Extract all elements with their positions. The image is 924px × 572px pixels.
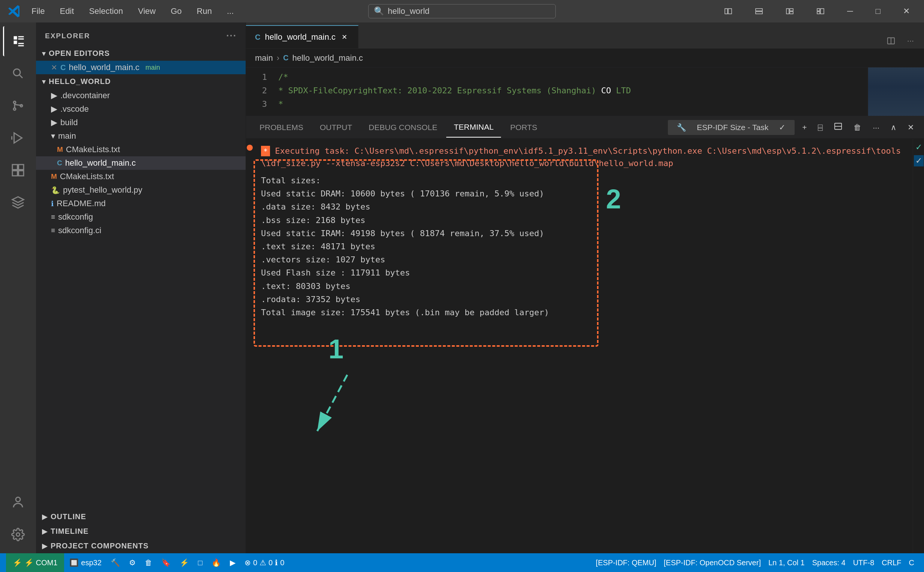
status-monitor[interactable]: □ (194, 553, 206, 572)
terminal-layout-button[interactable] (830, 121, 846, 134)
error-icon: ⊗ (244, 558, 251, 567)
tab-ports[interactable]: PORTS (502, 117, 544, 138)
terminal-split-button[interactable]: ⌸ (814, 121, 826, 134)
status-build[interactable]: 🔨 (107, 553, 124, 572)
file-cfg-icon: ≡ (51, 213, 55, 221)
project-components-header[interactable]: ▶ PROJECT COMPONENTS (36, 539, 246, 553)
terminal-close-button[interactable]: ✕ (904, 121, 918, 134)
activity-extensions[interactable] (3, 155, 33, 185)
menu-file[interactable]: File (28, 5, 48, 18)
status-language[interactable]: C (905, 558, 918, 567)
folder-icon: ▶ (51, 104, 58, 114)
file-type-c-icon: C (61, 63, 65, 72)
tab-problems[interactable]: PROBLEMS (252, 117, 311, 138)
open-editors-header[interactable]: ▾ OPEN EDITORS (36, 46, 246, 61)
status-idf-server[interactable]: [ESP-IDF: OpenOCD Server] (660, 558, 765, 567)
new-terminal-button[interactable]: + (798, 121, 810, 134)
layout3-icon[interactable] (779, 0, 801, 22)
hello-world-header[interactable]: ▾ HELLO_WORLD (36, 74, 246, 89)
minimize-button[interactable]: ─ (840, 0, 860, 22)
terminal-expand-button[interactable]: ∧ (887, 121, 900, 134)
open-editor-item[interactable]: ✕ C hello_world_main.c main (36, 61, 246, 74)
menu-edit[interactable]: Edit (57, 5, 77, 18)
file-tree: ▶ .devcontainer ▶ .vscode ▶ build ▾ main… (36, 89, 246, 510)
maximize-button[interactable]: □ (869, 0, 887, 22)
annotation-1: 1 (328, 334, 344, 364)
tab-output[interactable]: OUTPUT (313, 117, 359, 138)
menu-go[interactable]: Go (168, 5, 185, 18)
tree-item-vscode[interactable]: ▶ .vscode (36, 102, 246, 116)
error-count: 0 (253, 558, 257, 567)
flash-icon: ⚡ (180, 558, 189, 567)
warning-count: 0 (269, 558, 273, 567)
status-flash[interactable]: ⚡ (176, 553, 193, 572)
tree-item-build[interactable]: ▶ build (36, 116, 246, 129)
status-trash[interactable]: 🗑 (141, 553, 156, 572)
tree-item-hello-world-main[interactable]: C hello_world_main.c (36, 156, 246, 170)
layout-icon[interactable] (717, 0, 739, 22)
tree-item-main[interactable]: ▾ main (36, 129, 246, 143)
status-remote[interactable]: ⚡ ⚡ COM1 (6, 553, 64, 572)
sidebar-title: EXPLORER ··· (36, 22, 246, 46)
line-num-1: 1 (262, 70, 267, 84)
split-editor-button[interactable] (884, 33, 899, 48)
activity-accounts[interactable] (3, 487, 33, 517)
status-line-ending[interactable]: CRLF (878, 558, 905, 567)
activity-source-control[interactable] (3, 91, 33, 121)
idf-target-label: [ESP-IDF: QEMU] (596, 558, 656, 567)
status-bookmark[interactable]: 🔖 (157, 553, 174, 572)
status-position[interactable]: Ln 1, Col 1 (765, 558, 809, 567)
layout4-icon[interactable] (810, 0, 831, 22)
menu-view[interactable]: View (135, 5, 159, 18)
status-idf-target[interactable]: [ESP-IDF: QEMU] (592, 558, 660, 567)
tree-item-devcontainer[interactable]: ▶ .devcontainer (36, 89, 246, 102)
tree-item-cmake-main[interactable]: M CMakeLists.txt (36, 143, 246, 156)
activity-idf[interactable] (3, 187, 33, 218)
breadcrumb-main[interactable]: main (255, 53, 273, 63)
status-play[interactable]: ▶ (226, 553, 239, 572)
outline-header[interactable]: ▶ OUTLINE (36, 510, 246, 524)
tree-item-readme[interactable]: ℹ README.md (36, 197, 246, 210)
svg-rect-0 (725, 9, 728, 14)
close-button[interactable]: ✕ (896, 0, 916, 22)
terminal-check2: ✓ (915, 155, 922, 166)
status-spaces[interactable]: Spaces: 4 (809, 558, 849, 567)
menu-run[interactable]: Run (194, 5, 215, 18)
search-icon: 🔍 (374, 6, 384, 16)
terminal-more-button[interactable]: ··· (869, 121, 883, 134)
tree-item-sdkconfig[interactable]: ≡ sdkconfig (36, 210, 246, 224)
timeline-header[interactable]: ▶ TIMELINE (36, 524, 246, 539)
svg-rect-9 (820, 9, 824, 14)
layout2-icon[interactable] (748, 0, 770, 22)
tree-item-pytest[interactable]: 🐍 pytest_hello_world.py (36, 183, 246, 197)
tab-close-button[interactable]: ✕ (340, 33, 349, 42)
green-arrow (272, 364, 422, 476)
activity-search[interactable] (3, 59, 33, 89)
tab-debug-console[interactable]: DEBUG CONSOLE (361, 117, 445, 138)
terminal-total-image: Total image size: 175541 bytes (.bin may… (261, 306, 905, 319)
remote-icon: ⚡ (13, 558, 22, 567)
menu-more[interactable]: ... (224, 5, 236, 18)
folder-open-icon: ▾ (51, 131, 55, 141)
status-upload[interactable]: 🔥 (208, 553, 225, 572)
panel-tabs: PROBLEMS OUTPUT DEBUG CONSOLE TERMINAL P… (246, 116, 924, 139)
terminal-trash-button[interactable]: 🗑 (850, 121, 865, 134)
more-actions-button[interactable]: ··· (903, 33, 918, 48)
activity-explorer[interactable] (3, 26, 33, 56)
status-encoding[interactable]: UTF-8 (849, 558, 878, 567)
titlebar-search[interactable]: 🔍 hello_world (368, 4, 556, 19)
activity-settings[interactable] (3, 519, 33, 550)
status-esp32[interactable]: 🔲 esp32 (65, 553, 105, 572)
tree-item-cmake-root[interactable]: M CMakeLists.txt (36, 170, 246, 183)
code-line-1: /* (278, 70, 862, 84)
status-settings2[interactable]: ⚙ (125, 553, 140, 572)
close-icon[interactable]: ✕ (51, 63, 58, 72)
status-errors[interactable]: ⊗ 0 ⚠ 0 ℹ 0 (241, 553, 288, 572)
sidebar-more-button[interactable]: ··· (226, 30, 236, 42)
tab-hello-world-main[interactable]: C hello_world_main.c ✕ (246, 25, 358, 48)
tab-terminal[interactable]: TERMINAL (446, 117, 501, 138)
menu-selection[interactable]: Selection (86, 5, 126, 18)
activity-run-debug[interactable] (3, 123, 33, 153)
terminal-output[interactable]: * Executing task: C:\Users\md\.espressif… (254, 139, 913, 553)
tree-item-sdkconfig-ci[interactable]: ≡ sdkconfig.ci (36, 224, 246, 237)
